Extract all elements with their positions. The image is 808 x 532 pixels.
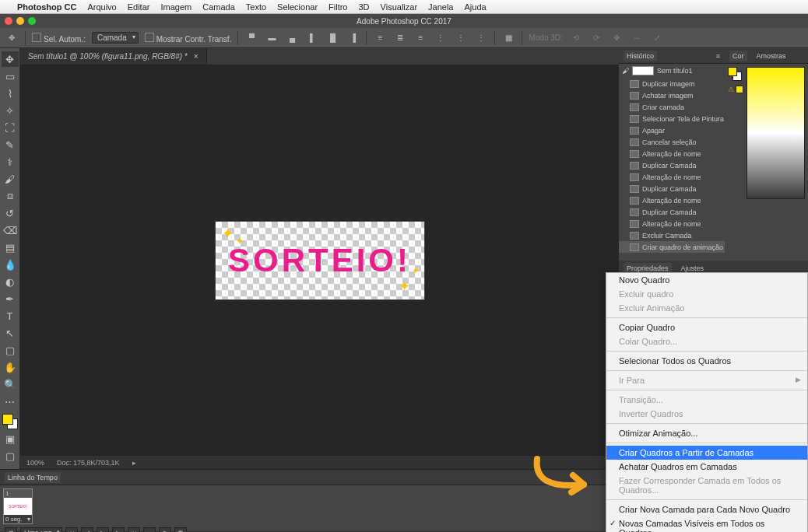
timeline-tab[interactable]: Linha do Tempo <box>5 472 61 483</box>
history-item[interactable]: Apagar <box>619 124 725 136</box>
menu-item[interactable]: Criar Nova Camada para Cada Novo Quadro <box>606 502 807 516</box>
history-item[interactable]: Duplicar imagem <box>619 78 725 89</box>
traffic-lights[interactable] <box>5 17 36 25</box>
history-item[interactable]: Alteração de nome <box>619 194 725 206</box>
canvas-viewport[interactable]: ✦ ✦ ✦ ✦ SORTEIO! <box>20 65 619 455</box>
history-item[interactable]: Criar camada <box>619 101 725 113</box>
menu-item[interactable]: Criar Quadros a Partir de Camadas <box>606 446 807 460</box>
history-item[interactable]: Alteração de nome <box>619 148 725 159</box>
zoom-window-icon[interactable] <box>28 17 36 25</box>
mac-menu-bar[interactable]: Photoshop CC Arquivo Editar Imagem Camad… <box>0 0 808 14</box>
minimize-window-icon[interactable] <box>16 17 24 25</box>
timeline-panel-menu[interactable]: Novo QuadroExcluir quadroExcluir Animaçã… <box>606 272 808 532</box>
blur-tool[interactable]: 💧 <box>2 257 19 272</box>
dist-vcenter-icon[interactable]: ≣ <box>393 31 407 45</box>
menu-item[interactable]: Copiar Quadro <box>606 320 807 334</box>
menu-item[interactable]: Otimizar Animação... <box>606 426 807 440</box>
path-select-tool[interactable]: ↖ <box>2 325 19 341</box>
menu-item[interactable]: Achatar Quadros em Camadas <box>606 460 807 474</box>
history-tab[interactable]: Histórico <box>624 51 657 61</box>
menu-item[interactable]: Novo Quadro <box>606 273 807 287</box>
loop-combo[interactable]: Uma vez <box>20 527 62 532</box>
eyedropper-tool[interactable]: ✎ <box>2 137 19 152</box>
timeline-frame[interactable]: 1 SORTEIO! 0 seg.▾ <box>3 488 33 524</box>
menu-arquivo[interactable]: Arquivo <box>87 2 116 12</box>
move-tool[interactable]: ✥ <box>2 51 19 67</box>
type-tool[interactable]: T <box>2 308 19 324</box>
swatches-tab[interactable]: Amostras <box>754 51 789 61</box>
history-item[interactable]: Criar quadro de animação <box>619 241 725 253</box>
align-bottom-icon[interactable]: ▄ <box>285 31 299 45</box>
history-brush-tool[interactable]: ↺ <box>2 205 19 221</box>
history-item[interactable]: Alteração de nome <box>619 218 725 229</box>
magic-wand-tool[interactable]: ✧ <box>2 103 19 118</box>
menu-selecionar[interactable]: Selecionar <box>277 2 318 12</box>
align-left-icon[interactable]: ▌ <box>305 31 319 45</box>
close-tab-icon[interactable]: × <box>194 52 198 61</box>
dist-left-icon[interactable]: ⋮ <box>434 31 448 45</box>
auto-select-combo[interactable]: Camada <box>92 32 139 44</box>
first-frame-icon[interactable]: ⏮ <box>65 527 78 532</box>
marquee-tool[interactable]: ▭ <box>2 68 19 84</box>
pen-tool[interactable]: ✒ <box>2 291 19 306</box>
dist-hcenter-icon[interactable]: ⋮ <box>454 31 468 45</box>
color-picker[interactable] <box>747 67 805 199</box>
edit-toolbar[interactable]: ⋯ <box>2 394 19 409</box>
document-tab[interactable]: Sem título1 @ 100% (figura11.png, RGB/8#… <box>20 48 207 65</box>
last-frame-icon[interactable]: ⏭ <box>128 527 140 532</box>
menu-editar[interactable]: Editar <box>128 2 150 12</box>
auto-align-icon[interactable]: ▦ <box>501 31 515 45</box>
color-swatches[interactable] <box>2 414 18 429</box>
lasso-tool[interactable]: ⌇ <box>2 86 19 101</box>
history-item[interactable]: Excluir Camada <box>619 229 725 241</box>
align-hcenter-icon[interactable]: █ <box>325 31 339 45</box>
show-transform-checkbox[interactable]: Mostrar Contr. Transf. <box>145 33 232 44</box>
menu-visualizar[interactable]: Visualizar <box>381 2 418 12</box>
history-list[interactable]: 🖌 Sem título1 Duplicar imagemAchatar ima… <box>619 64 725 261</box>
history-item[interactable]: Duplicar Camada <box>619 183 725 194</box>
play-icon[interactable]: ▶ <box>97 527 109 532</box>
screenmode-toggle[interactable]: ▢ <box>2 448 19 464</box>
history-item[interactable]: Duplicar Camada <box>619 159 725 171</box>
close-window-icon[interactable] <box>5 17 12 25</box>
mini-swatches[interactable] <box>728 67 742 81</box>
history-item[interactable]: Achatar imagem <box>619 89 725 101</box>
align-vcenter-icon[interactable]: ▬ <box>265 31 279 45</box>
next-frame-icon[interactable]: ▶ <box>112 527 125 532</box>
zoom-level[interactable]: 100% <box>26 459 44 467</box>
move-tool-icon[interactable]: ✥ <box>5 31 19 45</box>
menu-3d[interactable]: 3D <box>359 2 370 12</box>
new-frame-icon[interactable]: ⊕ <box>159 527 171 532</box>
brush-tool[interactable]: 🖌 <box>2 171 19 187</box>
menu-camada[interactable]: Camada <box>202 2 235 12</box>
fg-color-swatch[interactable] <box>2 414 13 425</box>
dist-bottom-icon[interactable]: ≡ <box>413 31 427 45</box>
history-item[interactable]: Cancelar seleção <box>619 136 725 148</box>
menu-filtro[interactable]: Filtro <box>328 2 347 12</box>
dist-right-icon[interactable]: ⋮ <box>474 31 488 45</box>
align-top-icon[interactable]: ▀ <box>244 31 258 45</box>
history-item[interactable]: Duplicar Camada <box>619 206 725 218</box>
history-item[interactable]: Alteração de nome <box>619 171 725 183</box>
menu-texto[interactable]: Texto <box>246 2 266 12</box>
frame-delay[interactable]: 0 seg.▾ <box>4 515 32 523</box>
history-item[interactable]: Selecionar Tela de Pintura <box>619 113 725 124</box>
app-name[interactable]: Photoshop CC <box>17 2 76 12</box>
menu-janela[interactable]: Janela <box>428 2 453 12</box>
healing-brush-tool[interactable]: ⚕ <box>2 154 19 170</box>
canvas[interactable]: ✦ ✦ ✦ ✦ SORTEIO! <box>215 221 425 300</box>
menu-item[interactable]: Selecionar Todos os Quadros <box>606 354 807 368</box>
gradient-tool[interactable]: ▤ <box>2 240 19 255</box>
clone-stamp-tool[interactable]: ⧈ <box>2 188 19 204</box>
zoom-tool[interactable]: 🔍 <box>2 376 19 392</box>
menu-imagem[interactable]: Imagem <box>160 2 191 12</box>
quickmask-toggle[interactable]: ▣ <box>2 431 19 446</box>
tween-icon[interactable]: ↝ <box>143 527 156 532</box>
mini-fg-swatch[interactable] <box>728 67 737 76</box>
auto-select-checkbox[interactable]: Sel. Autom.: <box>32 33 86 44</box>
menu-item[interactable]: Novas Camadas Visíveis em Todos os Quadr… <box>606 516 807 532</box>
history-root[interactable]: 🖌 Sem título1 <box>619 64 725 78</box>
dodge-tool[interactable]: ◐ <box>2 274 19 289</box>
color-tab[interactable]: Cor <box>729 51 747 61</box>
menu-ajuda[interactable]: Ajuda <box>464 2 486 12</box>
